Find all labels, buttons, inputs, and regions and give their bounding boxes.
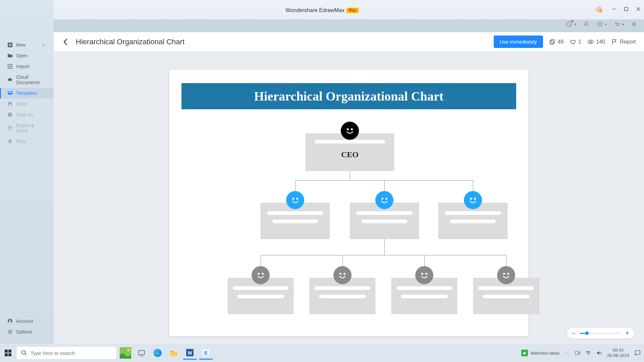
gear-icon <box>7 329 13 335</box>
svg-rect-8 <box>8 43 12 47</box>
windows-icon <box>5 350 11 356</box>
maximize-button[interactable] <box>623 6 629 12</box>
taskbar-edge[interactable] <box>151 346 164 360</box>
bell-icon[interactable] <box>583 21 590 27</box>
save-as-icon <box>7 112 13 117</box>
plus-icon[interactable]: + <box>42 42 45 48</box>
chevron-down-icon[interactable]: ▾ <box>622 22 624 26</box>
chevron-down-icon[interactable]: ▾ <box>575 22 576 26</box>
zoom-slider[interactable] <box>580 333 622 334</box>
taskbar-landscape-app[interactable] <box>119 346 132 360</box>
stat-value: 48 <box>558 39 564 45</box>
stat-copies: 48 <box>549 39 564 45</box>
connector-line <box>384 180 385 191</box>
svg-rect-18 <box>551 39 554 43</box>
wifi-icon[interactable] <box>586 350 591 356</box>
smile-icon <box>497 266 515 284</box>
sidebar-item-new[interactable]: New + <box>0 40 54 50</box>
sidebar-item-options[interactable]: Options <box>0 326 54 337</box>
close-button[interactable] <box>635 6 641 12</box>
svg-point-35 <box>503 273 505 275</box>
volume-icon[interactable] <box>596 350 602 356</box>
chevron-down-icon[interactable]: ▾ <box>605 22 607 26</box>
placeholder-bar <box>445 211 501 215</box>
svg-point-27 <box>470 198 472 200</box>
taskbar-edrawmax[interactable]: E <box>199 346 213 360</box>
sidebar-item-label: Open <box>16 53 46 58</box>
cloud-icon <box>7 77 13 82</box>
smile-icon <box>286 191 304 209</box>
taskbar-word[interactable]: W <box>183 346 197 360</box>
search-icon <box>21 350 27 356</box>
placeholder-bar <box>362 220 407 223</box>
placeholder-bar <box>267 211 323 215</box>
svg-text:?: ? <box>568 22 570 26</box>
connector-line <box>350 171 350 180</box>
account-icon <box>7 318 13 324</box>
org-node-ceo: CEO <box>306 133 394 171</box>
zoom-in-button[interactable]: + <box>625 329 629 337</box>
svg-point-21 <box>347 128 349 130</box>
start-button[interactable] <box>0 344 16 362</box>
gear-icon[interactable] <box>631 21 637 27</box>
grid-icon[interactable] <box>596 21 603 27</box>
template-icon <box>7 90 13 96</box>
org-node <box>438 203 507 239</box>
sidebar-item-open[interactable]: Open <box>0 50 54 61</box>
watchlist-icon: ◆ <box>521 350 528 356</box>
zoom-out-button[interactable]: − <box>572 329 576 337</box>
taskbar-explorer[interactable] <box>167 346 180 360</box>
avatar[interactable] <box>596 6 602 12</box>
use-immediately-button[interactable]: Use immediately <box>494 36 543 48</box>
taskbar-search[interactable] <box>16 346 117 360</box>
connector-line <box>295 180 296 191</box>
app-title: Wondershare EdrawMax Pro <box>285 7 359 13</box>
back-chevron[interactable] <box>62 38 70 46</box>
report-button[interactable]: Report <box>611 39 636 45</box>
template-preview: Hierarchical Organizational Chart <box>169 70 528 336</box>
svg-point-30 <box>262 273 264 275</box>
svg-point-41 <box>22 351 25 354</box>
task-view-button[interactable] <box>135 346 148 360</box>
clock[interactable]: 00:43 26-09-2023 <box>607 348 630 358</box>
chart-title-band: Hierarchical Organizational Chart <box>181 83 516 109</box>
print-icon <box>7 139 13 144</box>
stat-likes[interactable]: 1 <box>570 39 581 45</box>
heart-icon <box>570 39 576 45</box>
connector-line <box>342 255 343 266</box>
sidebar-item-print: Print <box>0 136 54 147</box>
svg-point-26 <box>385 198 387 200</box>
smile-icon <box>464 191 482 209</box>
search-input[interactable] <box>31 350 112 356</box>
org-node <box>391 278 457 314</box>
report-label: Report <box>620 39 636 45</box>
clock-time: 00:43 <box>607 348 630 353</box>
sidebar-item-account[interactable]: Account <box>0 316 54 326</box>
svg-point-51 <box>588 355 589 355</box>
svg-point-29 <box>258 273 260 275</box>
cart-icon[interactable] <box>613 21 620 27</box>
sidebar-item-save-as: Save As <box>0 109 54 120</box>
watchlist-widget[interactable]: ◆ Watchlist ideas <box>521 350 560 356</box>
tray-chevron-icon[interactable]: ︿ <box>565 350 570 356</box>
sidebar-item-import[interactable]: Import <box>0 61 54 72</box>
placeholder-bar <box>356 211 413 215</box>
notifications-icon[interactable] <box>635 350 641 356</box>
canvas[interactable]: Hierarchical Organizational Chart <box>54 52 644 344</box>
meet-now-icon[interactable] <box>575 350 580 356</box>
sidebar-item-label: Options <box>16 329 46 335</box>
sidebar-item-templates[interactable]: Templates <box>0 88 54 99</box>
org-node <box>473 278 539 314</box>
zoom-control[interactable]: − + <box>567 328 634 339</box>
sidebar-item-label: New <box>16 42 39 48</box>
help-icon[interactable]: ? <box>566 21 573 27</box>
export-icon <box>7 125 13 131</box>
minimize-button[interactable] <box>611 6 617 12</box>
svg-rect-5 <box>598 25 599 26</box>
svg-point-36 <box>507 273 509 275</box>
flag-icon <box>611 39 618 45</box>
svg-rect-19 <box>550 40 553 44</box>
sidebar-item-label: Cloud Documents <box>16 74 46 85</box>
sidebar-item-cloud[interactable]: Cloud Documents <box>0 72 54 88</box>
placeholder-bar <box>396 286 452 290</box>
